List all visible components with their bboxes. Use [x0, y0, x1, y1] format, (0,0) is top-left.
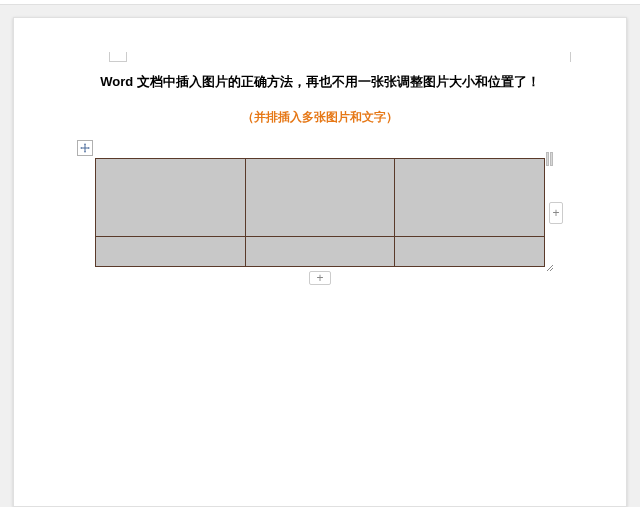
table-cell[interactable]: [395, 237, 545, 267]
add-row-button[interactable]: +: [309, 271, 331, 285]
column-markers: [546, 152, 553, 166]
resize-icon: [545, 263, 555, 273]
table-cell[interactable]: [96, 159, 246, 237]
table-cell[interactable]: [395, 159, 545, 237]
table-move-handle[interactable]: [77, 140, 93, 156]
table-resize-handle[interactable]: [545, 263, 555, 273]
document-title[interactable]: Word 文档中插入图片的正确方法，再也不用一张张调整图片大小和位置了！: [14, 73, 626, 91]
page-container: Word 文档中插入图片的正确方法，再也不用一张张调整图片大小和位置了！ （并排…: [0, 5, 640, 507]
col-marker[interactable]: [546, 152, 549, 166]
table-cell[interactable]: [245, 237, 395, 267]
ruler-right-marker[interactable]: [570, 52, 572, 62]
ruler-indent-marker[interactable]: [109, 52, 127, 62]
add-column-button[interactable]: +: [549, 202, 563, 224]
table-cell[interactable]: [96, 237, 246, 267]
table-row: [96, 159, 545, 237]
document-subtitle[interactable]: （并排插入多张图片和文字）: [14, 109, 626, 126]
table-row: [96, 237, 545, 267]
document-page[interactable]: Word 文档中插入图片的正确方法，再也不用一张张调整图片大小和位置了！ （并排…: [13, 17, 627, 507]
table-cell[interactable]: [245, 159, 395, 237]
inserted-table[interactable]: [95, 158, 545, 267]
col-marker[interactable]: [550, 152, 553, 166]
move-icon: [80, 143, 90, 153]
table-selection-wrapper: + +: [95, 158, 545, 267]
